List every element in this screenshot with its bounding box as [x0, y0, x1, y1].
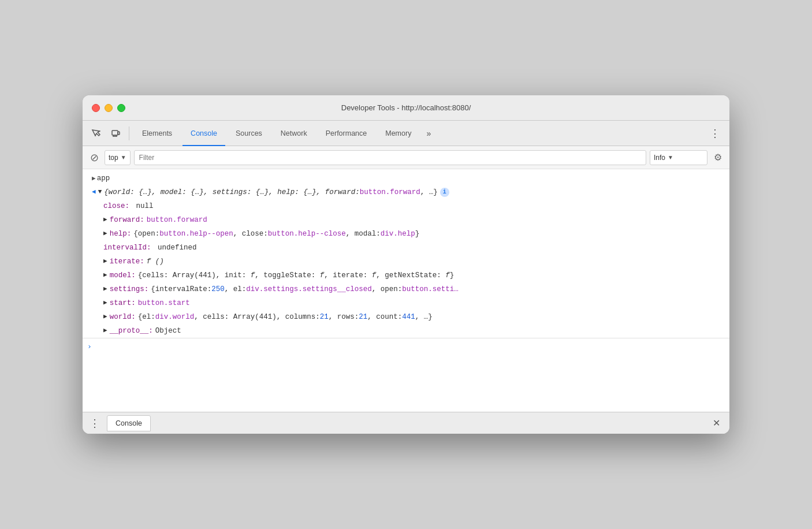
menu-icon[interactable]: ⋮ — [705, 125, 725, 142]
object-collapse-arrow[interactable]: ▼ — [98, 187, 102, 198]
forward-val: button.forward — [147, 214, 207, 226]
model-key: model: — [110, 270, 136, 281]
tab-network[interactable]: Network — [273, 125, 315, 141]
settings-key: settings: — [110, 284, 149, 295]
proto-expand[interactable]: ▶ — [103, 326, 107, 336]
iterate-key: iterate: — [110, 256, 144, 267]
app-expand-arrow[interactable]: ▶ — [92, 174, 96, 184]
help-expand[interactable]: ▶ — [103, 229, 107, 239]
more-tabs-button[interactable]: » — [422, 126, 435, 140]
tab-memory[interactable]: Memory — [377, 125, 419, 141]
console-output: ▶ app ◀ ▼ {world: {…}, model: {…}, setti… — [83, 169, 729, 412]
tab-sources[interactable]: Sources — [228, 125, 270, 141]
clear-console-icon[interactable]: ⊘ — [87, 151, 101, 165]
intervalId-val: undefined — [158, 244, 197, 252]
context-dropdown-arrow: ▼ — [121, 154, 126, 161]
title-bar: Developer Tools - http://localhost:8080/ — [83, 95, 729, 121]
prop-iterate: ▶ iterate: f () — [83, 255, 729, 269]
settings-gear-icon[interactable]: ⚙ — [711, 151, 725, 165]
tab-performance[interactable]: Performance — [318, 125, 375, 141]
console-prompt: › — [87, 342, 92, 351]
start-val: button.start — [138, 297, 190, 309]
prop-world: ▶ world: {el: div.world , cells: Array(4… — [83, 310, 729, 324]
proto-val: Object — [155, 325, 181, 337]
start-expand[interactable]: ▶ — [103, 298, 107, 308]
info-badge[interactable]: i — [440, 188, 449, 197]
log-level-select[interactable]: Info ▼ — [650, 150, 707, 165]
object-summary: {world: {…}, model: {…}, settings: {…}, … — [104, 187, 360, 198]
close-key: close: — [103, 202, 129, 210]
prop-close: close: null — [83, 199, 729, 213]
console-entry-object: ◀ ▼ {world: {…}, model: {…}, settings: {… — [83, 185, 729, 199]
prop-help: ▶ help: {open: button.help--open , close… — [83, 227, 729, 241]
help-key: help: — [110, 228, 132, 240]
start-key: start: — [110, 297, 136, 309]
close-val: null — [136, 202, 154, 210]
console-input-area: › — [83, 338, 729, 354]
tab-elements[interactable]: Elements — [134, 125, 180, 141]
app-label: app — [97, 173, 110, 184]
context-select[interactable]: top ▼ — [105, 150, 131, 165]
proto-key: __proto__: — [110, 325, 153, 337]
traffic-lights — [92, 104, 125, 112]
log-level-arrow: ▼ — [668, 154, 673, 161]
iterate-expand[interactable]: ▶ — [103, 256, 107, 267]
help-open-val: button.help--open — [159, 228, 233, 240]
log-level-value: Info — [654, 154, 665, 162]
object-summary-end: , …} — [420, 187, 438, 198]
prop-intervalId: intervalId: undefined — [83, 241, 729, 255]
iterate-val: f () — [147, 256, 164, 267]
prop-settings: ▶ settings: {intervalRate: 250 , el: div… — [83, 282, 729, 296]
bottom-console-tab[interactable]: Console — [107, 415, 151, 431]
bottom-menu-icon[interactable]: ⋮ — [87, 416, 102, 431]
tab-toolbar: Elements Console Sources Network Perform… — [83, 121, 729, 146]
console-toolbar: ⊘ top ▼ Info ▼ ⚙ — [83, 146, 729, 169]
prop-forward: ▶ forward: button.forward — [83, 213, 729, 227]
svg-rect-0 — [112, 131, 118, 135]
devtools-window: Developer Tools - http://localhost:8080/… — [83, 95, 729, 434]
maximize-button[interactable] — [117, 104, 125, 112]
forward-key: forward: — [110, 214, 144, 226]
inspect-icon[interactable] — [87, 125, 105, 141]
minimize-button[interactable] — [105, 104, 113, 112]
prop-model: ▶ model: {cells: Array(441), init: f, to… — [83, 269, 729, 282]
bottom-close-icon[interactable]: ✕ — [708, 415, 725, 431]
model-val: {cells: Array(441), init: f, toggleState… — [138, 270, 455, 281]
prop-proto: ▶ __proto__: Object — [83, 324, 729, 338]
prop-start: ▶ start: button.start — [83, 296, 729, 310]
filter-input[interactable] — [134, 150, 646, 165]
forward-val-inline: button.forward — [360, 187, 420, 198]
settings-expand[interactable]: ▶ — [103, 284, 107, 295]
toolbar-divider — [129, 126, 129, 140]
model-expand[interactable]: ▶ — [103, 270, 107, 281]
bottom-bar: ⋮ Console ✕ — [83, 412, 729, 434]
back-arrow-icon[interactable]: ◀ — [92, 187, 96, 198]
context-value: top — [109, 154, 118, 162]
console-entry-app: ▶ app — [83, 172, 729, 185]
help-modal-val: div.help — [381, 228, 415, 240]
bottom-tab-label: Console — [116, 419, 142, 427]
svg-rect-1 — [118, 132, 120, 135]
world-expand[interactable]: ▶ — [103, 312, 107, 322]
intervalId-key: intervalId: — [103, 244, 151, 252]
tab-console[interactable]: Console — [182, 125, 225, 141]
forward-expand[interactable]: ▶ — [103, 215, 107, 225]
help-close-val: button.help--close — [268, 228, 346, 240]
close-button[interactable] — [92, 104, 100, 112]
device-icon[interactable] — [107, 125, 124, 141]
world-key: world: — [110, 311, 136, 323]
window-title: Developer Tools - http://localhost:8080/ — [341, 103, 471, 112]
